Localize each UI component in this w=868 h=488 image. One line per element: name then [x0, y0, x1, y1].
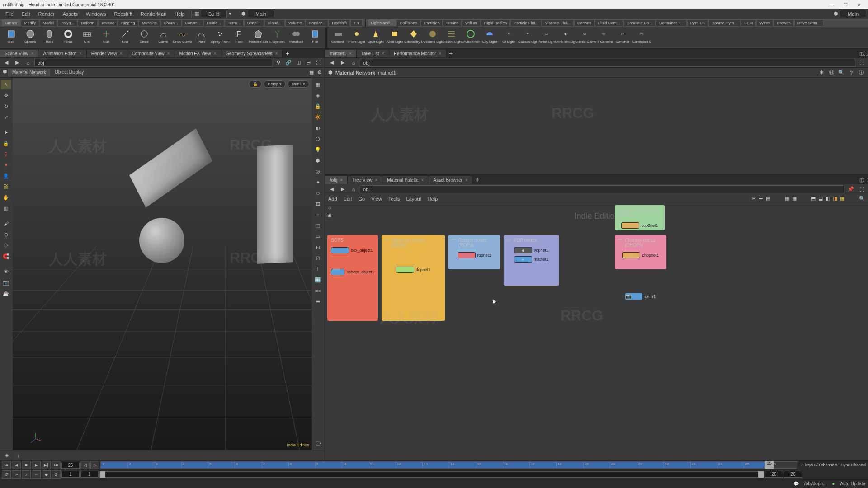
- play-button[interactable]: ▶: [32, 461, 41, 469]
- maximize-icon[interactable]: ⛶: [863, 178, 868, 183]
- path-input[interactable]: obj: [34, 59, 272, 67]
- timeline-track[interactable]: 1 2 3 4 5 6 7 8 9 10 11 12 13 14 15 16 1…: [100, 461, 797, 469]
- net-tool-flag2-icon[interactable]: ⬓: [818, 196, 823, 202]
- nav-back-button[interactable]: ◀: [327, 59, 336, 67]
- display-opt-20[interactable]: ⬌: [313, 296, 323, 306]
- shelf-tab[interactable]: Lights and...: [368, 19, 396, 26]
- gear-icon[interactable]: ✻: [817, 69, 826, 77]
- maximize-icon[interactable]: ⛶: [314, 59, 323, 67]
- display-opt-12[interactable]: ⊞: [313, 199, 323, 209]
- netbox-vops[interactable]: — VOP nodes ◆vopnet1 ●matnet1: [504, 235, 559, 286]
- path-selector-right[interactable]: ⬢ Main: [834, 10, 866, 18]
- netbox-dops[interactable]: — Dynamics nodes (DOPs) ⚙dopnet1: [382, 235, 445, 321]
- home-icon[interactable]: Ⓗ: [827, 69, 835, 77]
- shelf-tab[interactable]: Muscles: [139, 19, 160, 26]
- shelf-tab[interactable]: Render...: [306, 19, 329, 26]
- shelf-tab[interactable]: Create: [2, 19, 20, 26]
- minimize-icon[interactable]: —: [506, 237, 511, 242]
- netbox-chops[interactable]: — Channel nodes (CHOPs) 〰chopnet1: [615, 235, 666, 269]
- goto-end-button[interactable]: ⏭: [52, 461, 61, 469]
- net-tool-search-icon[interactable]: 🔍: [859, 196, 865, 202]
- shelf-tab[interactable]: Fluid Cont...: [595, 19, 623, 26]
- display-opt-8[interactable]: ⬢: [313, 155, 323, 165]
- node-chopnet[interactable]: 〰chopnet1: [618, 252, 663, 258]
- shelf-tab[interactable]: Wires: [756, 19, 773, 26]
- frame-marker[interactable]: 25: [765, 461, 774, 469]
- pin-icon[interactable]: 📌: [846, 185, 855, 193]
- sculpt-tool[interactable]: ⊙: [1, 230, 11, 239]
- tool-causticlight[interactable]: ✦Caustic Light: [518, 28, 537, 48]
- display-opt-18[interactable]: T: [313, 264, 323, 274]
- vp-options-icon[interactable]: ▦: [309, 70, 314, 75]
- range-button[interactable]: ↔: [32, 470, 41, 479]
- shelf-tab[interactable]: Vellum: [462, 19, 481, 26]
- maximize-icon[interactable]: ⛶: [863, 51, 868, 56]
- shelf-tab[interactable]: Collisions: [396, 19, 420, 26]
- close-icon[interactable]: ×: [79, 51, 82, 56]
- netbox-rops[interactable]: — Render nodes (ROPs) ropnet1: [448, 235, 500, 269]
- tool-metaball[interactable]: Metaball: [287, 28, 306, 48]
- goto-start-button[interactable]: ⏮: [2, 461, 11, 469]
- tab-geospread[interactable]: Geometry Spreadsheet×: [221, 50, 283, 57]
- nav-fwd-button[interactable]: ▶: [338, 185, 347, 193]
- home-icon[interactable]: ⌂: [24, 59, 33, 67]
- tool-skylight[interactable]: Sky Light: [480, 28, 499, 48]
- range-handle-right[interactable]: [758, 471, 764, 478]
- select-tool[interactable]: ↖: [1, 80, 11, 89]
- node-ropnet[interactable]: ropnet1: [452, 252, 496, 258]
- menu-edit[interactable]: Edit: [18, 10, 34, 18]
- tool-switcher[interactable]: ⇄Switcher: [613, 28, 632, 48]
- lock-tool[interactable]: 🔒: [1, 138, 11, 148]
- character-tool[interactable]: 👤: [1, 171, 11, 181]
- network-canvas[interactable]: ↔ ⊞ Indie Edition SOPS box_object1 spher…: [326, 203, 868, 460]
- move-tool[interactable]: ✥: [1, 90, 11, 100]
- close-icon[interactable]: ×: [375, 178, 377, 183]
- display-opt-4[interactable]: 🔆: [313, 112, 323, 122]
- tab-treeview[interactable]: Tree View×: [348, 176, 382, 184]
- path-input[interactable]: obj: [360, 59, 855, 67]
- minimize-icon[interactable]: —: [618, 237, 622, 242]
- tool-gamepadcam[interactable]: 🎮Gamepad Camera: [632, 28, 651, 48]
- tab-add-button[interactable]: +: [283, 50, 292, 57]
- menu-renderman[interactable]: RenderMan: [137, 10, 170, 18]
- shelf-tab[interactable]: Oceans: [574, 19, 594, 26]
- nav-back-button[interactable]: ◀: [2, 59, 11, 67]
- arrow-tool[interactable]: ➤: [1, 127, 11, 137]
- realtime-button[interactable]: ⏱: [2, 470, 11, 479]
- vp-display-icon[interactable]: ⚙: [317, 70, 322, 75]
- shelf-tab[interactable]: Modify: [21, 19, 39, 26]
- close-icon[interactable]: ×: [120, 51, 123, 56]
- tab-assetbrowser[interactable]: Asset Browser×: [429, 176, 473, 184]
- path-selector[interactable]: ⬢ Main: [241, 10, 274, 18]
- snap-tool[interactable]: ⧂: [1, 240, 11, 250]
- view-tool[interactable]: 👁: [1, 267, 11, 277]
- lock-pill[interactable]: 🔒: [249, 80, 262, 88]
- vp-bottom-icon-2[interactable]: ↕: [14, 450, 24, 460]
- tab-matpalette[interactable]: Material Palette×: [382, 176, 429, 184]
- shelf-tab[interactable]: Viscous Flui...: [542, 19, 574, 26]
- home-icon[interactable]: ⌂: [349, 185, 358, 193]
- minimize-icon[interactable]: —: [384, 237, 389, 242]
- display-opt-2[interactable]: ◈: [313, 90, 323, 100]
- step-back-button[interactable]: ◀: [12, 461, 21, 469]
- upper-network-canvas[interactable]: 人人素材 RRCG: [326, 78, 868, 174]
- display-opt-3[interactable]: 🔒: [313, 101, 323, 111]
- desktop-selector[interactable]: ▦ Build ▾: [194, 10, 231, 18]
- window-minimize-button[interactable]: —: [826, 0, 838, 9]
- link-icon[interactable]: 🔗: [284, 59, 293, 67]
- net-tool-large-icon[interactable]: ▦: [792, 196, 797, 202]
- shelf-tab[interactable]: Polyg...: [57, 19, 77, 26]
- node-cam1[interactable]: 📷 cam1: [625, 293, 656, 300]
- tab-renderview[interactable]: Render View×: [87, 50, 127, 57]
- traffic-light-icon[interactable]: ●: [832, 481, 835, 486]
- display-opt-6[interactable]: ⬡: [313, 134, 323, 144]
- update-mode[interactable]: Auto Update: [840, 481, 865, 486]
- tab-perfmon[interactable]: Performance Monitor×: [389, 50, 446, 57]
- nav-fwd-button[interactable]: ▶: [338, 59, 347, 67]
- shelf-tab[interactable]: Populate Co...: [623, 19, 656, 26]
- tool-line[interactable]: Line: [116, 28, 135, 48]
- display-opt-14[interactable]: ◫: [313, 221, 323, 230]
- shelf-tab[interactable]: Cloud...: [264, 19, 285, 26]
- nav-fwd-button[interactable]: ▶: [13, 59, 22, 67]
- net-tool-wrench-icon[interactable]: ✂: [752, 196, 756, 202]
